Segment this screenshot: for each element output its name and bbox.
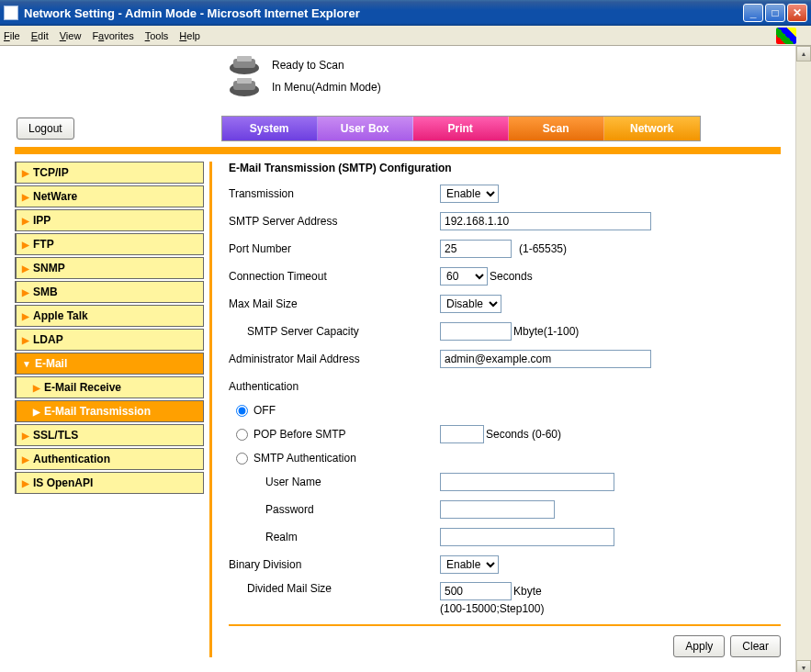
vertical-scrollbar[interactable]: ▴ ▾ [795,46,811,672]
sidebar-item-email-receive[interactable]: ▶E-Mail Receive [15,376,204,398]
triangle-right-icon: ▶ [22,216,29,226]
orange-divider-top [15,147,781,154]
smtp-capacity-input[interactable] [440,322,512,341]
sidebar-item-smb[interactable]: ▶SMB [15,281,204,303]
sidebar-item-label: LDAP [33,333,63,346]
triangle-right-icon: ▶ [22,168,29,178]
tab-scan[interactable]: Scan [509,117,604,140]
sidebar-item-ftp[interactable]: ▶FTP [15,233,204,255]
printer-icon [226,77,263,97]
sidebar-item-email[interactable]: ▼E-Mail [15,353,204,375]
label-admin-mail: Administrator Mail Address [229,353,440,365]
menu-help[interactable]: Help [179,30,200,41]
auth-smtp-label: SMTP Authentication [253,452,356,465]
status-line1: Ready to Scan [272,59,344,72]
config-title: E-Mail Transmission (SMTP) Configuration [229,162,781,174]
pop-seconds-input[interactable] [440,425,484,443]
tab-network[interactable]: Network [604,117,700,140]
close-button[interactable]: ✕ [787,4,807,22]
transmission-select[interactable]: Enable [440,185,499,203]
label-port: Port Number [229,242,440,255]
auth-off-label: OFF [253,404,276,417]
sidebar-item-label: E-Mail Transmission [44,405,151,418]
svg-rect-2 [237,56,252,62]
config-panel: E-Mail Transmission (SMTP) Configuration… [212,162,781,657]
timeout-hint: Seconds [490,270,533,283]
tab-print[interactable]: Print [413,117,509,140]
menu-edit[interactable]: Edit [31,30,49,41]
triangle-right-icon: ▶ [22,454,29,465]
auth-pop-radio[interactable] [236,429,248,441]
sidebar-item-label: E-Mail [35,357,67,370]
label-authentication: Authentication [229,380,440,393]
admin-mail-input[interactable] [440,350,651,368]
sidebar-item-is-openapi[interactable]: ▶IS OpenAPI [15,472,204,494]
svg-rect-5 [237,78,252,84]
auth-smtp-radio[interactable] [236,453,248,465]
div-mail-unit: Kbyte [513,585,542,598]
sidebar-item-ssl-tls[interactable]: ▶SSL/TLS [15,424,204,446]
sidebar-item-ipp[interactable]: ▶IPP [15,209,204,231]
port-input[interactable] [440,240,512,258]
sidebar-item-label: SSL/TLS [33,429,78,442]
tab-user-box[interactable]: User Box [318,117,413,140]
sidebar-item-label: IPP [33,214,51,227]
menu-tools[interactable]: Tools [145,30,169,41]
scroll-down-icon[interactable]: ▾ [796,660,811,672]
sidebar: ▶TCP/IP ▶NetWare ▶IPP ▶FTP ▶SNMP ▶SMB ▶A… [15,162,212,657]
smtp-server-input[interactable] [440,212,651,230]
username-input[interactable] [440,473,614,491]
scroll-up-icon[interactable]: ▴ [796,46,811,62]
sidebar-item-label: SNMP [33,262,65,274]
clear-button[interactable]: Clear [730,635,781,657]
binary-division-select[interactable]: Enable [440,555,499,574]
label-password: Password [229,503,440,516]
menu-favorites[interactable]: Favorites [92,30,133,41]
sidebar-item-appletalk[interactable]: ▶Apple Talk [15,305,204,327]
div-mail-range: (100-15000;Step100) [440,602,544,615]
triangle-right-icon: ▶ [22,478,29,488]
sidebar-item-label: NetWare [33,190,77,203]
minimize-button[interactable]: _ [743,4,763,22]
triangle-right-icon: ▶ [22,431,29,441]
triangle-down-icon: ▼ [22,359,31,369]
menu-file[interactable]: File [4,30,20,41]
triangle-right-icon: ▶ [33,407,40,417]
auth-off-radio[interactable] [236,405,248,417]
connection-timeout-select[interactable]: 60 [440,267,488,286]
sidebar-item-ldap[interactable]: ▶LDAP [15,329,204,351]
window-titlebar: Network Setting - Admin Mode - Microsoft… [0,0,811,26]
page-content: Ready to Scan In Menu(Admin Mode) Logout… [0,46,795,672]
ie-logo-icon [776,28,796,44]
label-binary-division: Binary Division [229,558,440,571]
window-title: Network Setting - Admin Mode - Microsoft… [24,6,360,20]
divided-mail-size-input[interactable] [440,582,512,600]
sidebar-item-netware[interactable]: ▶NetWare [15,185,204,207]
auth-pop-label: POP Before SMTP [253,428,345,441]
menu-view[interactable]: View [60,30,82,41]
label-connection-timeout: Connection Timeout [229,270,440,283]
tab-bar: System User Box Print Scan Network [221,116,701,141]
label-divided-mail-size: Divided Mail Size [229,582,440,595]
sidebar-item-label: TCP/IP [33,166,69,179]
logout-button[interactable]: Logout [17,118,74,140]
apply-button[interactable]: Apply [673,635,725,657]
password-input[interactable] [440,500,555,519]
scrollbar-track[interactable] [796,62,811,660]
window-buttons: _ □ ✕ [743,4,807,22]
tab-system[interactable]: System [222,117,318,140]
maximize-button[interactable]: □ [765,4,785,22]
sidebar-item-email-transmission[interactable]: ▶E-Mail Transmission [15,400,204,422]
menu-bar: File Edit View Favorites Tools Help [0,26,811,46]
triangle-right-icon: ▶ [22,335,29,345]
sidebar-item-label: SMB [33,286,58,298]
sidebar-item-authentication[interactable]: ▶Authentication [15,448,204,470]
max-mail-size-select[interactable]: Disable [440,295,501,313]
realm-input[interactable] [440,528,614,546]
triangle-right-icon: ▶ [22,263,29,274]
status-area: Ready to Scan In Menu(Admin Mode) [226,50,781,116]
sidebar-item-label: E-Mail Receive [44,381,121,394]
capacity-hint: Mbyte(1-100) [513,325,579,338]
sidebar-item-snmp[interactable]: ▶SNMP [15,257,204,279]
sidebar-item-tcpip[interactable]: ▶TCP/IP [15,162,204,184]
